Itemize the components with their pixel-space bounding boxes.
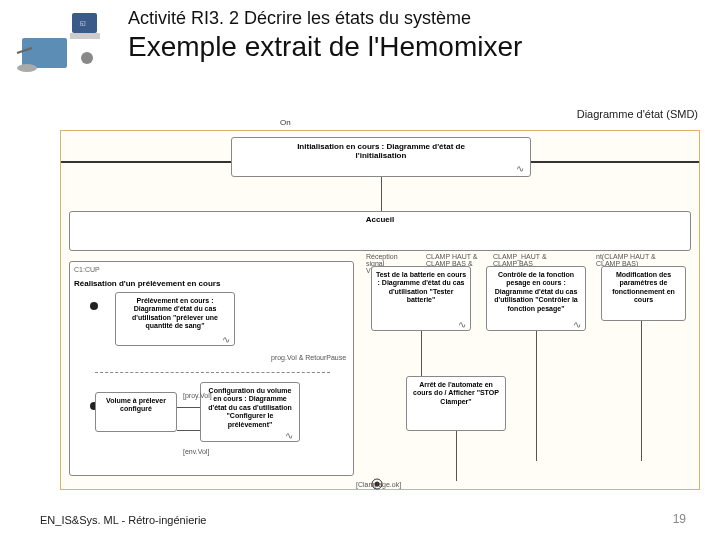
state-prelevement-en-cours: Prélèvement en cours : Diagramme d'état … bbox=[115, 292, 235, 346]
state-diagram: Initialisation en cours : Diagramme d'ét… bbox=[60, 130, 700, 490]
svg-text:◱: ◱ bbox=[80, 20, 86, 26]
state-accueil: Accueil bbox=[69, 211, 691, 251]
transition-clamp: CLAMP_HAUT & CLAMP BAS bbox=[493, 253, 548, 267]
state-initialisation: Initialisation en cours : Diagramme d'ét… bbox=[231, 137, 531, 177]
slide-title: Exemple extrait de l'Hemomixer bbox=[128, 31, 522, 63]
svg-rect-2 bbox=[70, 33, 100, 39]
page-number: 19 bbox=[673, 512, 686, 526]
svg-point-4 bbox=[17, 64, 37, 72]
slide-subtitle: Activité RI3. 2 Décrire les états du sys… bbox=[128, 8, 522, 29]
state-realisation-prelevement: C1:CUP Réalisation d'un prélèvement en c… bbox=[69, 261, 354, 476]
guard-retour-pause: prog.Vol & RetourPause bbox=[271, 354, 346, 361]
transition-line bbox=[381, 177, 382, 211]
svg-point-3 bbox=[81, 52, 93, 64]
svg-rect-0 bbox=[22, 38, 67, 68]
transition-ntclamp: nt(CLAMP HAUT & CLAMP BAS) bbox=[596, 253, 661, 267]
on-label: On bbox=[280, 118, 291, 127]
slide-header: ◱ Activité RI3. 2 Décrire les états du s… bbox=[0, 0, 720, 82]
diagram-type-label: Diagramme d'état (SMD) bbox=[577, 108, 698, 120]
initial-state-dot bbox=[90, 302, 98, 310]
state-volume-configure: Volume à prélever configuré bbox=[95, 392, 177, 432]
footer-text: EN_IS&Sys. ML - Rétro-ingénierie bbox=[40, 514, 207, 526]
svg-point-7 bbox=[375, 482, 380, 487]
state-arret-automate: Arrêt de l'automate en cours do / Affich… bbox=[406, 376, 506, 431]
state-test-batterie: Test de la batterie en cours : Diagramme… bbox=[371, 266, 471, 331]
state-modification-parametres: Modification des paramètres de fonctionn… bbox=[601, 266, 686, 321]
state-controle-pesage: Contrôle de la fonction pesage en cours … bbox=[486, 266, 586, 331]
logo-image: ◱ bbox=[12, 8, 112, 78]
final-state-icon bbox=[371, 478, 385, 490]
